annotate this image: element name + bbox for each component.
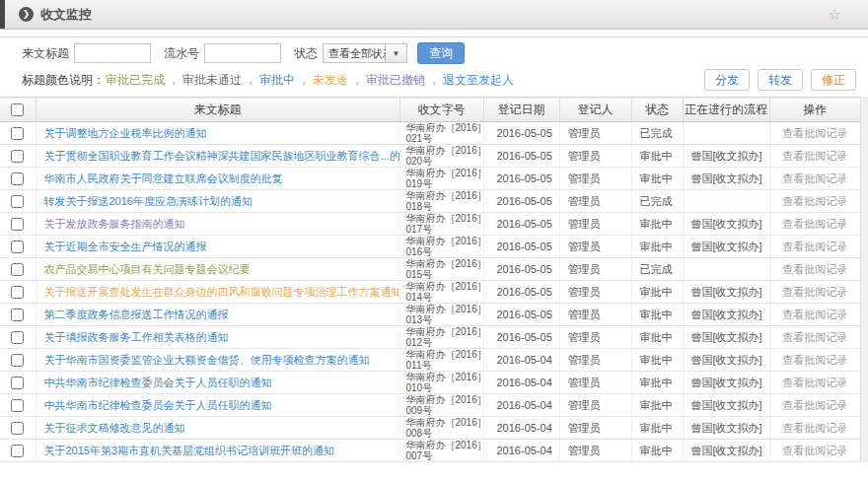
doc-number-cell: 华南府办［2016］ 016号 <box>399 236 483 258</box>
col-header-doc-number: 收文字号 <box>399 98 483 122</box>
legend-item: 审批未通过 <box>182 73 242 87</box>
doc-title-cell: 关于发放政务服务指南的通知 <box>36 213 399 236</box>
row-checkbox[interactable] <box>11 218 24 231</box>
operation-cell: 查看批阅记录 <box>769 394 860 417</box>
doc-title-link[interactable]: 关于华南市国资委监管企业大额资金借贷、使用专项检查方案的通知 <box>44 354 370 366</box>
view-records-link[interactable]: 查看批阅记录 <box>782 127 847 139</box>
view-records-link[interactable]: 查看批阅记录 <box>782 150 847 162</box>
favorite-star-icon[interactable]: ☆ <box>829 6 841 24</box>
select-all-checkbox[interactable] <box>11 103 24 116</box>
view-records-link[interactable]: 查看批阅记录 <box>782 172 847 184</box>
row-checkbox[interactable] <box>11 286 24 299</box>
doc-title-link[interactable]: 关于2015年第3期市直机关基层党组织书记培训班开班的通知 <box>44 445 335 456</box>
status-cell: 审批中 <box>631 236 683 258</box>
view-records-link[interactable]: 查看批阅记录 <box>782 309 847 320</box>
row-checkbox-cell <box>0 394 36 417</box>
doc-title-cell: 关于报送开展查处发生在群众身边的四风和腐败问题专项治理工作方案通知 <box>36 281 399 304</box>
meta-row: 标题颜色说明：审批已完成，审批未通过，审批中，未发送，审批已撤销，退文至发起人 … <box>0 67 868 97</box>
view-records-link[interactable]: 查看批阅记录 <box>782 399 847 411</box>
register-date-cell: 2016-05-05 <box>483 281 559 304</box>
view-records-link[interactable]: 查看批阅记录 <box>782 445 847 456</box>
row-checkbox-cell <box>0 440 36 462</box>
view-records-link[interactable]: 查看批阅记录 <box>782 331 847 343</box>
table-row: 华南市人民政府关于同意建立联席会议制度的批复 华南府办［2016］ 019号 2… <box>0 168 860 190</box>
operation-cell: 查看批阅记录 <box>769 168 860 190</box>
row-checkbox[interactable] <box>11 354 24 367</box>
doc-number-cell: 华南府办［2016］ 019号 <box>399 168 483 190</box>
col-header-status: 状态 <box>631 98 683 122</box>
view-records-link[interactable]: 查看批阅记录 <box>782 195 847 207</box>
operation-cell: 查看批阅记录 <box>769 304 860 326</box>
doc-title-link[interactable]: 关于发放政务服务指南的通知 <box>44 218 185 230</box>
registrant-cell: 管理员 <box>559 190 631 213</box>
operation-cell: 查看批阅记录 <box>769 326 860 349</box>
doc-title-link[interactable]: 关于调整地方企业税率比例的通知 <box>44 127 207 139</box>
status-label: 状态 <box>294 45 318 62</box>
doc-title-link[interactable]: 关于近期全市安全生产情况的通报 <box>44 240 207 252</box>
doc-title-cell: 中共华南市纪律检查委员会关于人员任职的通知 <box>36 372 399 394</box>
distribute-button[interactable]: 分发 <box>704 69 750 91</box>
doc-title-link[interactable]: 第二季度政务信息报送工作情况的通报 <box>44 309 229 320</box>
row-checkbox[interactable] <box>11 263 24 276</box>
doc-title-link[interactable]: 转发关于报送2016年度应急演练计划的通知 <box>44 195 253 207</box>
correct-button[interactable]: 修正 <box>811 69 856 91</box>
table-row: 关于报送开展查处发生在群众身边的四风和腐败问题专项治理工作方案通知 华南府办［2… <box>0 281 860 304</box>
row-checkbox[interactable] <box>11 240 24 253</box>
registrant-cell: 管理员 <box>559 122 631 145</box>
doc-number-cell: 华南府办［2016］ 010号 <box>399 372 483 394</box>
registrant-cell: 管理员 <box>559 394 631 417</box>
row-checkbox[interactable] <box>11 377 24 389</box>
row-checkbox-cell <box>0 168 36 190</box>
doc-title-link[interactable]: 关于报送开展查处发生在群众身边的四风和腐败问题专项治理工作方案通知 <box>44 286 400 298</box>
status-select[interactable]: 查看全部状态 ▼ <box>323 43 407 63</box>
row-checkbox-cell <box>0 213 36 236</box>
doc-title-link[interactable]: 关于贯彻全国职业教育工作会议精神深共建国家民族地区职业教育综合...的通知 <box>44 150 400 162</box>
row-checkbox[interactable] <box>11 150 24 163</box>
documents-table: 来文标题 收文字号 登记日期 登记人 状态 正在进行的流程 操作 关于调整地方企… <box>0 97 860 462</box>
doc-title-input[interactable] <box>74 43 151 63</box>
legend-item: 审批中 <box>259 73 295 87</box>
doc-number-cell: 华南府办［2016］ 013号 <box>399 304 483 326</box>
row-checkbox[interactable] <box>11 172 24 185</box>
doc-title-cell: 转发关于报送2016年度应急演练计划的通知 <box>36 190 399 213</box>
forward-button[interactable]: 转发 <box>758 69 803 91</box>
operation-cell: 查看批阅记录 <box>769 145 860 168</box>
row-checkbox[interactable] <box>11 399 24 412</box>
doc-title-cell: 关于2015年第3期市直机关基层党组织书记培训班开班的通知 <box>36 440 399 462</box>
view-records-link[interactable]: 查看批阅记录 <box>782 377 847 388</box>
flow-cell <box>683 190 769 213</box>
view-records-link[interactable]: 查看批阅记录 <box>782 263 847 275</box>
row-checkbox[interactable] <box>11 331 24 344</box>
col-header-operation: 操作 <box>769 98 860 122</box>
chevron-down-icon[interactable]: ▼ <box>386 43 407 63</box>
table-row: 关于征求文稿修改意见的通知 华南府办［2016］ 008号 2016-05-04… <box>0 417 860 440</box>
row-checkbox[interactable] <box>11 445 24 457</box>
doc-title-link[interactable]: 中共华南市纪律检查委员会关于人员任职的通知 <box>44 399 272 411</box>
row-checkbox-cell <box>0 326 36 349</box>
doc-title-link[interactable]: 农产品交易中心项目有关问题专题会议纪要 <box>44 263 251 275</box>
status-select-value: 查看全部状态 <box>323 43 386 63</box>
view-records-link[interactable]: 查看批阅记录 <box>782 240 847 252</box>
view-records-link[interactable]: 查看批阅记录 <box>782 218 847 230</box>
operation-cell: 查看批阅记录 <box>769 417 860 440</box>
row-checkbox[interactable] <box>11 127 24 140</box>
row-checkbox[interactable] <box>11 195 24 208</box>
scrollbar-track[interactable] <box>860 97 868 462</box>
view-records-link[interactable]: 查看批阅记录 <box>782 286 847 298</box>
view-records-link[interactable]: 查看批阅记录 <box>782 354 847 366</box>
view-records-link[interactable]: 查看批阅记录 <box>782 422 847 434</box>
flow-cell: 曾国[收文拟办] <box>683 213 769 236</box>
flow-cell: 曾国[收文拟办] <box>683 394 769 417</box>
doc-title-link[interactable]: 关于征求文稿修改意见的通知 <box>44 422 185 434</box>
query-button[interactable]: 查询 <box>417 42 465 64</box>
row-checkbox[interactable] <box>11 309 24 321</box>
row-checkbox[interactable] <box>11 422 24 435</box>
table-row: 关于华南市国资委监管企业大额资金借贷、使用专项检查方案的通知 华南府办［2016… <box>0 349 860 372</box>
doc-title-link[interactable]: 关于填报政务服务工作相关表格的通知 <box>44 331 229 343</box>
doc-title-link[interactable]: 中共华南市纪律检查委员会关于人员任职的通知 <box>44 377 272 388</box>
table-row: 农产品交易中心项目有关问题专题会议纪要 华南府办［2016］ 015号 2016… <box>0 258 860 281</box>
doc-title-link[interactable]: 华南市人民政府关于同意建立联席会议制度的批复 <box>44 172 283 184</box>
legend-item: 审批已完成 <box>106 73 165 87</box>
row-checkbox-cell <box>0 372 36 394</box>
serial-number-input[interactable] <box>204 43 281 63</box>
